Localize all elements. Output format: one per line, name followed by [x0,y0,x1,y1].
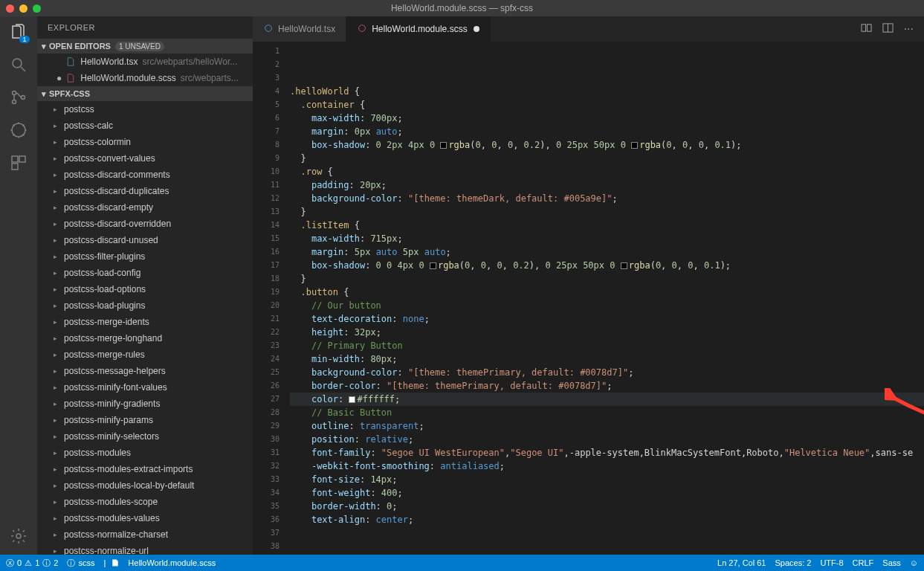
indent-status[interactable]: Spaces: 2 [775,558,811,567]
git-icon[interactable] [9,88,28,107]
svg-rect-5 [12,156,18,162]
file-tree: ▸postcss▸postcss-calc▸postcss-colormin▸p… [37,101,253,555]
tab-title: HelloWorld.tsx [278,24,335,34]
split-editor-icon[interactable] [882,22,894,36]
lang-status[interactable]: ⓘ scss [67,558,94,569]
folder-item[interactable]: ▸postcss-discard-empty [37,199,253,216]
folder-item[interactable]: ▸postcss-normalize-charset [37,526,253,543]
caret-right-icon: ▸ [54,286,59,293]
svg-rect-11 [862,24,866,30]
caret-right-icon: ▸ [54,302,59,309]
folder-name: postcss-colormin [64,137,131,147]
project-section[interactable]: ▾ SPFX-CSS [37,86,253,101]
folder-item[interactable]: ▸postcss-calc [37,117,253,134]
close-window[interactable] [6,4,14,13]
folder-item[interactable]: ▸postcss-convert-values [37,150,253,167]
compare-icon[interactable] [861,22,872,36]
folder-name: postcss-minify-font-values [64,382,167,393]
folder-item[interactable]: ▸postcss-minify-selectors [37,428,253,445]
folder-item[interactable]: ▸postcss-merge-idents [37,314,253,330]
caret-right-icon: ▸ [54,384,59,391]
caret-right-icon: ▸ [54,220,59,228]
caret-right-icon: ▸ [54,482,59,489]
folder-item[interactable]: ▸postcss-discard-unused [37,232,253,248]
editor-tab[interactable]: HelloWorld.module.scss [346,16,491,42]
info-icon: ⓘ [42,558,51,569]
search-icon[interactable] [9,55,28,74]
folder-name: postcss-load-plugins [64,300,145,311]
file-icon [66,74,77,83]
file-icon [66,57,77,66]
cursor-position[interactable]: Ln 27, Col 61 [717,558,766,567]
extensions-icon[interactable] [9,153,28,172]
problems-status[interactable]: ⓧ0 ⚠1 ⓘ2 [6,558,58,569]
caret-right-icon: ▸ [54,514,59,522]
svg-point-0 [13,59,22,68]
folder-item[interactable]: ▸postcss-filter-plugins [37,248,253,265]
folder-name: postcss-modules [64,448,131,458]
folder-name: postcss-filter-plugins [64,251,145,262]
editor-area: HelloWorld.tsxHelloWorld.module.scss ···… [253,16,924,555]
folder-item[interactable]: ▸postcss-load-config [37,265,253,281]
folder-item[interactable]: ▸postcss-discard-comments [37,167,253,183]
folder-item[interactable]: ▸postcss-modules-scope [37,494,253,510]
file-icon [263,23,274,36]
maximize-window[interactable] [33,4,41,13]
open-editor-item[interactable]: ●HelloWorld.module.scsssrc/webparts... [37,70,253,86]
folder-item[interactable]: ▸postcss-merge-longhand [37,330,253,346]
language-status[interactable]: Sass [882,558,900,567]
folder-item[interactable]: ▸postcss-load-options [37,281,253,297]
folder-item[interactable]: ▸postcss-minify-params [37,412,253,428]
more-icon[interactable]: ··· [904,22,914,36]
caret-right-icon: ▸ [54,547,59,555]
open-editor-item[interactable]: ●HelloWorld.tsxsrc/webparts/helloWor... [37,54,253,70]
svg-point-9 [265,25,272,31]
caret-right-icon: ▸ [54,335,59,342]
folder-name: postcss-modules-scope [64,497,158,507]
titlebar: HelloWorld.module.scss — spfx-css [0,0,924,16]
window-title: HelloWorld.module.scss — spfx-css [391,3,533,13]
folder-item[interactable]: ▸postcss-discard-duplicates [37,183,253,199]
settings-icon[interactable] [9,526,28,546]
folder-item[interactable]: ▸postcss-minify-font-values [37,379,253,396]
folder-item[interactable]: ▸postcss-minify-gradients [37,396,253,412]
folder-item[interactable]: ▸postcss-discard-overridden [37,216,253,232]
encoding-status[interactable]: UTF-8 [820,558,843,567]
folder-item[interactable]: ▸postcss-load-plugins [37,297,253,314]
svg-point-2 [13,100,16,104]
eol-status[interactable]: CRLF [853,558,874,567]
code-editor[interactable]: 1234567891011121314151617181920212223242… [253,42,924,555]
caret-right-icon: ▸ [54,433,59,440]
folder-item[interactable]: ▸postcss-merge-rules [37,346,253,363]
folder-name: postcss-modules-values [64,513,160,523]
caret-right-icon: ▸ [54,155,59,162]
status-filename[interactable]: | HelloWorld.module.scss [103,558,216,567]
editor-tab[interactable]: HelloWorld.tsx [253,16,346,42]
folder-item[interactable]: ▸postcss-modules-extract-imports [37,461,253,477]
folder-name: postcss-modules-local-by-default [64,480,194,491]
folder-item[interactable]: ▸postcss-normalize-url [37,543,253,555]
folder-item[interactable]: ▸postcss-modules [37,445,253,461]
feedback-icon[interactable]: ☺ [910,558,918,567]
folder-name: postcss [64,104,94,114]
folder-name: postcss-normalize-charset [64,529,168,540]
caret-right-icon: ▸ [54,122,59,129]
folder-item[interactable]: ▸postcss-modules-values [37,510,253,526]
svg-rect-12 [867,24,871,30]
caret-right-icon: ▸ [54,400,59,407]
open-editors-section[interactable]: ▾ OPEN EDITORS 1 UNSAVED [37,39,253,54]
file-name: HelloWorld.tsx [80,57,138,67]
svg-point-1 [13,91,16,95]
chevron-down-icon: ▾ [42,89,46,99]
code-content[interactable]: .helloWorld { .container { max-width: 70… [290,42,924,555]
debug-icon[interactable] [9,120,28,140]
folder-item[interactable]: ▸postcss-message-helpers [37,363,253,379]
tab-title: HelloWorld.module.scss [372,24,468,34]
folder-item[interactable]: ▸postcss-colormin [37,134,253,150]
minimize-window[interactable] [19,4,28,13]
modified-dot-icon: ● [56,73,62,83]
caret-right-icon: ▸ [54,351,59,358]
folder-item[interactable]: ▸postcss [37,101,253,117]
project-name: SPFX-CSS [49,89,90,98]
folder-item[interactable]: ▸postcss-modules-local-by-default [37,477,253,494]
